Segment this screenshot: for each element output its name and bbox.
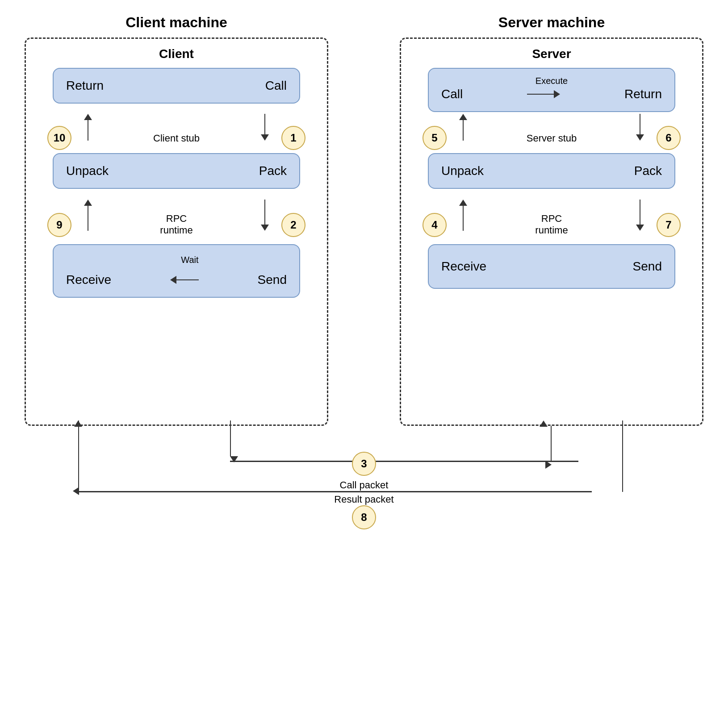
server-inner-label: Server bbox=[401, 47, 702, 61]
server-receive-label: Receive bbox=[441, 259, 486, 274]
step-2-circle: 2 bbox=[281, 213, 305, 237]
client-up-arrow-2 bbox=[84, 200, 92, 231]
client-machine-label: Client machine bbox=[25, 14, 328, 31]
client-rpc-runtime-label: RPC runtime bbox=[160, 213, 192, 236]
call-packet-arrow-right bbox=[545, 461, 552, 469]
server-call-return-box: Execute Call Return bbox=[428, 68, 675, 112]
server-box: Server Execute Call Return 5 6 bbox=[400, 37, 703, 426]
call-packet-line bbox=[230, 461, 578, 462]
server-receive-arrow-up bbox=[540, 420, 548, 427]
call-packet-label: Call packet bbox=[340, 479, 389, 491]
client-receive-arrow-up bbox=[74, 420, 82, 427]
client-inner-label: Client bbox=[26, 47, 327, 61]
server-pack-label: Pack bbox=[634, 164, 662, 178]
server-receive-send-box: Receive Send bbox=[428, 244, 675, 289]
execute-label: Execute bbox=[536, 76, 568, 86]
server-send-label: Send bbox=[633, 259, 662, 274]
client-pack-label: Pack bbox=[259, 164, 287, 178]
wait-label: Wait bbox=[181, 255, 198, 265]
step-6-circle: 6 bbox=[657, 126, 681, 150]
step-8-circle: 8 bbox=[352, 505, 376, 529]
step-9-circle: 9 bbox=[47, 213, 71, 237]
server-result-line-down bbox=[622, 420, 623, 492]
server-machine-label: Server machine bbox=[400, 14, 703, 31]
client-return-call-box: Return Call bbox=[53, 68, 300, 104]
server-stub-label: Server stub bbox=[527, 133, 577, 144]
receive-send-row: Receive Send bbox=[66, 273, 287, 287]
call-return-row: Call Return bbox=[441, 87, 662, 101]
server-down-arrow-2 bbox=[636, 200, 644, 231]
step-7-circle: 7 bbox=[657, 213, 681, 237]
step-1-circle: 1 bbox=[281, 126, 305, 150]
client-box: Client Return Call 10 1 Client stub bbox=[25, 37, 328, 426]
client-down-arrow-2 bbox=[261, 200, 269, 231]
client-stub-label: Client stub bbox=[153, 133, 200, 144]
client-down-arrow-1 bbox=[261, 114, 269, 141]
wait-arrow bbox=[170, 276, 199, 284]
step-3-circle: 3 bbox=[352, 452, 376, 476]
client-receive-label: Receive bbox=[66, 273, 111, 287]
execute-arrow bbox=[527, 90, 560, 98]
client-send-label: Send bbox=[258, 273, 287, 287]
client-unpack-label: Unpack bbox=[66, 164, 109, 178]
server-unpack-pack-box: Unpack Pack bbox=[428, 153, 675, 189]
server-call-label: Call bbox=[441, 87, 463, 101]
client-return-label: Return bbox=[66, 79, 104, 93]
result-packet-line bbox=[78, 491, 592, 492]
server-rpc-runtime-label: RPC runtime bbox=[535, 213, 568, 236]
step-10-circle: 10 bbox=[47, 126, 71, 150]
wait-row: Wait bbox=[79, 255, 300, 265]
client-receive-send-box: Wait Receive Send bbox=[53, 244, 300, 298]
server-unpack-label: Unpack bbox=[441, 164, 484, 178]
client-up-arrow-1 bbox=[84, 114, 92, 141]
server-up-arrow-1 bbox=[459, 114, 467, 141]
server-up-arrow-2 bbox=[459, 200, 467, 231]
step-4-circle: 4 bbox=[423, 213, 447, 237]
server-down-arrow-1 bbox=[636, 114, 644, 141]
client-unpack-pack-box: Unpack Pack bbox=[53, 153, 300, 189]
diagram-container: Client machine Server machine Client Ret… bbox=[16, 14, 712, 702]
client-receive-line-up bbox=[78, 420, 79, 491]
server-return-label: Return bbox=[624, 87, 662, 101]
client-call-label: Call bbox=[265, 79, 287, 93]
client-send-line-down bbox=[230, 420, 231, 456]
result-packet-label: Result packet bbox=[334, 494, 393, 505]
step-5-circle: 5 bbox=[423, 126, 447, 150]
server-receive-line-up bbox=[551, 426, 552, 461]
